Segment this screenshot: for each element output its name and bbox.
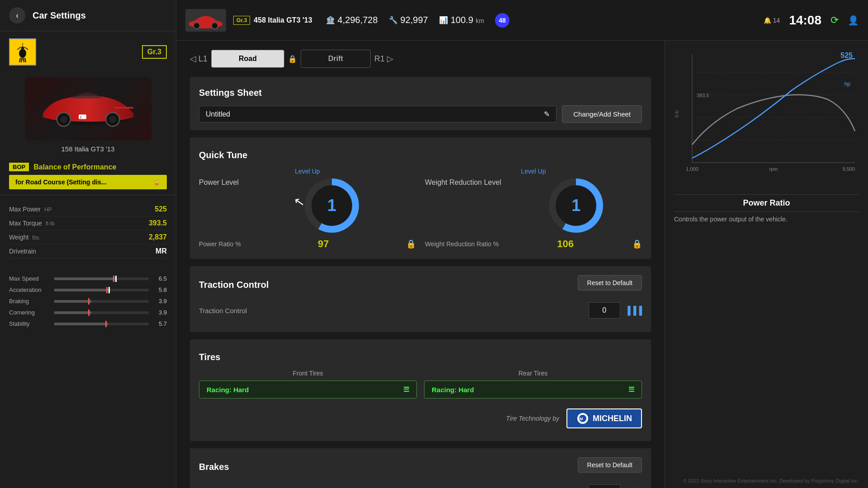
perf-acceleration: Acceleration 5.8 bbox=[9, 284, 167, 296]
traction-control-section: Traction Control Reset to Default Tracti… bbox=[190, 266, 651, 332]
level-badge: 48 bbox=[495, 13, 509, 28]
car-grade-badge: Gr.3 bbox=[233, 16, 250, 25]
car-brand-area: Gr.3 bbox=[0, 31, 176, 73]
svg-line-6 bbox=[21, 58, 22, 62]
brakes-control-row: Brake Balance (Front/Rear) -2 ▐▐▐ bbox=[199, 480, 642, 488]
traction-value[interactable]: 0 bbox=[589, 302, 620, 319]
bop-badge: BOP bbox=[9, 163, 29, 171]
change-sheet-button[interactable]: Change/Add Sheet bbox=[562, 105, 642, 123]
stat-max-power: Max Power HP 525 bbox=[9, 202, 167, 216]
brakes-value-box: -2 ▐▐▐ bbox=[589, 484, 642, 488]
car-image: 2 bbox=[25, 77, 151, 141]
power-tune-column: Level Up Power Level 1 Power Ratio bbox=[199, 168, 416, 250]
traction-control-row: Traction Control 0 ▐▐▐ bbox=[199, 298, 642, 323]
perf-braking: Braking 3.9 bbox=[9, 296, 167, 307]
svg-text:9,500: 9,500 bbox=[842, 166, 855, 172]
power-chart: 525 393.5 ft·lb hp 1,000 rpm 9,500 bbox=[674, 50, 859, 185]
car-name-header: 458 Italia GT3 '13 bbox=[254, 16, 312, 24]
brakes-value[interactable]: -2 bbox=[589, 484, 620, 488]
content-area: ◁ L1 Road 🔒 Drift R1 ▷ Settings Sheet Un… bbox=[176, 41, 665, 488]
settings-sheet-title: Settings Sheet bbox=[199, 84, 642, 98]
back-button[interactable]: ‹ bbox=[9, 7, 25, 23]
svg-text:ft·lb: ft·lb bbox=[675, 110, 679, 117]
brakes-reset-button[interactable]: Reset to Default bbox=[578, 457, 642, 473]
bop-section: BOP Balance of Performance for Road Cour… bbox=[0, 157, 176, 195]
svg-line-7 bbox=[24, 58, 24, 62]
bop-course-selector[interactable]: for Road Course (Setting dis... 🔒 bbox=[9, 175, 167, 189]
front-tires-column: Front Tires Racing: Hard ☰ bbox=[199, 370, 417, 399]
time-display: 14:08 bbox=[789, 13, 821, 28]
settings-sheet-input[interactable]: Untitled ✎ bbox=[199, 106, 557, 122]
weight-level-label: Weight Reduction Level bbox=[425, 178, 501, 187]
brakes-title: Brakes bbox=[199, 458, 229, 472]
tab-road[interactable]: Road bbox=[211, 50, 284, 68]
traction-value-box: 0 ▐▐▐ bbox=[589, 302, 642, 319]
top-bar-right: 🔔 14 14:08 ⟳ 👤 bbox=[764, 13, 859, 28]
svg-text:hp: hp bbox=[844, 81, 851, 87]
rear-tires-column: Rear Tires Racing: Hard ☰ bbox=[424, 370, 642, 399]
sidebar-title: Car Settings bbox=[33, 10, 86, 21]
michelin-text: Tire Technology by bbox=[506, 415, 559, 422]
quick-tune-section: Quick Tune Level Up Power Level 1 bbox=[190, 137, 651, 259]
svg-text:rpm: rpm bbox=[769, 166, 778, 172]
tab-row: ◁ L1 Road 🔒 Drift R1 ▷ bbox=[190, 50, 651, 68]
tab-right-arrow[interactable]: R1 ▷ bbox=[374, 54, 393, 64]
tab-left-arrow[interactable]: ◁ L1 bbox=[190, 54, 208, 64]
bop-badge-row: BOP Balance of Performance bbox=[9, 163, 167, 171]
traction-control-label: Traction Control bbox=[199, 307, 247, 314]
svg-point-11 bbox=[60, 116, 67, 123]
weight-tune-column: Level Up Weight Reduction Level 1 W bbox=[425, 168, 642, 250]
power-ratio-title: Power Ratio bbox=[674, 198, 859, 208]
tires-grid: Front Tires Racing: Hard ☰ Rear Tires Ra… bbox=[199, 370, 642, 399]
weight-ratio-row: Weight Reduction Ratio % 106 🔒 bbox=[425, 238, 642, 250]
settings-sheet-section: Settings Sheet Untitled ✎ Change/Add She… bbox=[190, 77, 651, 130]
stats-section: Max Power HP 525 Max Torque ft-lb 393.5 … bbox=[0, 195, 176, 266]
tune-grid: Level Up Power Level 1 Power Ratio bbox=[199, 168, 642, 250]
copyright-text: © 2021 Sony Interactive Entertainment In… bbox=[683, 478, 859, 483]
svg-rect-17 bbox=[120, 108, 121, 113]
traction-reset-button[interactable]: Reset to Default bbox=[578, 275, 642, 291]
svg-text:2: 2 bbox=[80, 116, 81, 119]
svg-point-13 bbox=[108, 116, 116, 123]
svg-point-2 bbox=[212, 23, 218, 29]
perf-stability: Stability 5.7 bbox=[9, 318, 167, 329]
right-panel: 525 393.5 ft·lb hp 1,000 rpm 9,500 Power… bbox=[665, 41, 868, 488]
tires-title: Tires bbox=[199, 348, 642, 362]
svg-text:1,000: 1,000 bbox=[686, 166, 698, 172]
grade-badge: Gr.3 bbox=[142, 45, 167, 59]
front-tires-label: Front Tires bbox=[293, 370, 323, 377]
svg-text:M: M bbox=[580, 417, 583, 421]
svg-text:393.5: 393.5 bbox=[697, 93, 709, 98]
power-dial[interactable]: 1 bbox=[305, 178, 359, 233]
stat-max-torque: Max Torque ft-lb 393.5 bbox=[9, 216, 167, 230]
brakes-section: Brakes Reset to Default Brake Balance (F… bbox=[190, 448, 651, 488]
credits-stat: 🏦 4,296,728 bbox=[326, 15, 378, 25]
power-ratio-value: 97 bbox=[318, 238, 329, 250]
tab-drift[interactable]: Drift bbox=[301, 50, 371, 68]
power-lock-icon: 🔒 bbox=[406, 239, 416, 249]
weight-ratio-value: 106 bbox=[557, 238, 574, 250]
svg-text:525: 525 bbox=[840, 52, 853, 59]
stat-drivetrain: Drivetrain MR bbox=[9, 244, 167, 258]
power-ratio-row: Power Ratio % 97 🔒 bbox=[199, 238, 416, 250]
michelin-logo: M MICHELIN bbox=[566, 408, 642, 428]
rear-tires-label: Rear Tires bbox=[519, 370, 548, 377]
svg-point-1 bbox=[193, 23, 200, 29]
drift-lock-icon: 🔒 bbox=[288, 55, 297, 63]
weight-dial[interactable]: 1 bbox=[549, 178, 603, 233]
front-tire-menu-icon: ☰ bbox=[403, 385, 409, 394]
stat-weight: Weight lbs. 2,837 bbox=[9, 230, 167, 244]
perf-max-speed: Max Speed 6.5 bbox=[9, 273, 167, 284]
edit-icon: ✎ bbox=[544, 110, 550, 118]
weight-level-up-label: Level Up bbox=[521, 168, 546, 175]
svg-rect-16 bbox=[114, 107, 133, 108]
ferrari-logo bbox=[9, 38, 36, 66]
power-ratio-description: Controls the power output of the vehicle… bbox=[674, 216, 859, 223]
traction-title: Traction Control bbox=[199, 276, 269, 290]
weight-lock-icon: 🔒 bbox=[632, 239, 642, 249]
sidebar-header: ‹ Car Settings bbox=[0, 0, 176, 31]
svg-rect-18 bbox=[125, 108, 126, 113]
front-tire-selector[interactable]: Racing: Hard ☰ bbox=[199, 380, 417, 399]
rear-tire-selector[interactable]: Racing: Hard ☰ bbox=[424, 380, 642, 399]
perf-cornering: Cornering 3.9 bbox=[9, 307, 167, 318]
